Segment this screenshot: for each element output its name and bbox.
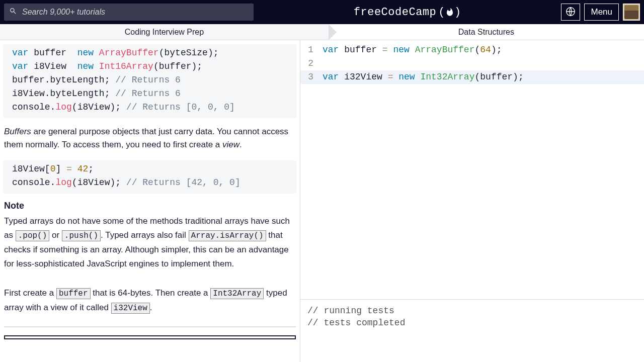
topbar-right: Menu: [561, 4, 640, 21]
search-input[interactable]: [22, 8, 249, 17]
divider: [4, 326, 296, 327]
buffers-explanation: Buffers are general purpose objects that…: [3, 125, 297, 151]
int32-code: Int32Array: [210, 288, 264, 299]
buffer-code: buffer: [56, 288, 91, 299]
lesson-panel[interactable]: var buffer new ArrayBuffer(byteSize); va…: [0, 40, 300, 362]
isarray-code: Array.isArray(): [189, 230, 266, 241]
editor-line-1[interactable]: 1 var buffer = new ArrayBuffer(64);: [300, 43, 644, 57]
console-line: // tests completed: [307, 317, 637, 329]
user-avatar[interactable]: [623, 4, 640, 21]
main-content: var buffer new ArrayBuffer(byteSize); va…: [0, 40, 644, 362]
site-logo[interactable]: freeCodeCamp (): [258, 6, 557, 19]
i32view-code: i32View: [111, 303, 150, 314]
menu-button[interactable]: Menu: [584, 4, 619, 21]
top-nav: freeCodeCamp () Menu: [0, 0, 644, 24]
search-container[interactable]: [4, 4, 254, 21]
instructions: First create a buffer that is 64-bytes. …: [3, 286, 297, 315]
line-number: 2: [300, 57, 323, 70]
line-number: 3: [300, 70, 323, 84]
globe-icon: [565, 6, 576, 19]
push-code: .push(): [62, 230, 101, 241]
breadcrumb: Coding Interview Prep Data Structures: [0, 24, 644, 40]
console-line: // running tests: [307, 305, 637, 317]
line-number: 1: [300, 43, 323, 57]
note-heading: Note: [3, 201, 297, 211]
editor-line-3[interactable]: 3 var i32View = new Int32Array(buffer);: [300, 70, 644, 84]
search-icon: [9, 7, 22, 17]
fire-icon: (): [438, 6, 461, 19]
pop-code: .pop(): [16, 230, 50, 241]
editor-panel: 1 var buffer = new ArrayBuffer(64); 2 3 …: [300, 40, 644, 362]
language-button[interactable]: [561, 4, 580, 21]
note-text: Typed arrays do not have some of the met…: [3, 214, 297, 271]
run-tests-button[interactable]: [4, 335, 296, 339]
test-console: // running tests // tests completed: [300, 299, 644, 362]
breadcrumb-ds[interactable]: Data Structures: [329, 24, 644, 40]
breadcrumb-prep[interactable]: Coding Interview Prep: [0, 24, 329, 40]
code-example-2: i8View[0] = 42; console.log(i8View); // …: [3, 160, 297, 194]
editor-line-2[interactable]: 2: [300, 57, 644, 70]
code-example-1: var buffer new ArrayBuffer(byteSize); va…: [3, 44, 297, 118]
logo-text: freeCodeCamp: [354, 6, 436, 19]
code-editor[interactable]: 1 var buffer = new ArrayBuffer(64); 2 3 …: [300, 40, 644, 299]
